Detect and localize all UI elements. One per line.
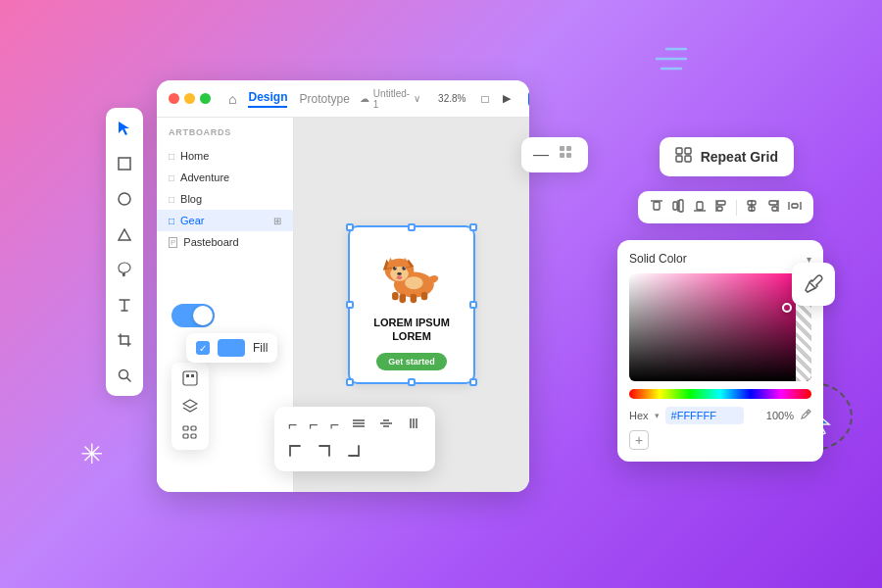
crop-tool[interactable] <box>114 329 135 351</box>
handle-bl[interactable] <box>346 378 354 386</box>
titlebar: ⌂ Design Prototype ☁ Untitled-1 ∨ 32.8% … <box>157 80 529 118</box>
artboard-icon-blog: □ <box>169 194 174 205</box>
deco-star: ✳ <box>80 438 103 470</box>
eyedropper-small-icon[interactable] <box>800 409 811 423</box>
grid-icon-2[interactable]: ⌐ <box>309 416 318 434</box>
artboard-pasteboard[interactable]: P Pasteboard <box>157 231 293 253</box>
bottom-grid-panel: ⌐ ⌐ ⌐ <box>274 407 435 471</box>
grid-view-icon[interactable] <box>559 145 576 165</box>
text-tool[interactable] <box>114 294 135 316</box>
artboard-gear[interactable]: □ Gear ⊞ <box>157 210 293 231</box>
maximize-button[interactable] <box>200 93 211 104</box>
fill-color-swatch[interactable] <box>218 339 245 357</box>
solid-color-label: Solid Color <box>629 252 687 266</box>
corner-icon-2[interactable] <box>318 442 335 462</box>
handle-br[interactable] <box>469 378 477 386</box>
minimize-button[interactable] <box>184 93 195 104</box>
card-title: LOREM IPSUM LOREM <box>362 316 462 344</box>
handle-tc[interactable] <box>408 223 416 231</box>
grid-icon-6[interactable] <box>406 416 421 434</box>
color-picker-circle[interactable] <box>782 303 792 313</box>
card-component[interactable]: LOREM IPSUM LOREM Get started <box>348 225 475 385</box>
artboard-blog[interactable]: □ Blog <box>157 188 293 210</box>
artboard-name-gear: Gear <box>180 215 204 226</box>
hex-input[interactable] <box>665 407 744 424</box>
artboard-icon-pasteboard: P <box>169 237 177 248</box>
triangle-tool[interactable] <box>114 223 135 245</box>
svg-rect-29 <box>191 374 194 377</box>
share-button[interactable]: Share <box>528 90 529 108</box>
align-right-icon[interactable] <box>766 199 780 216</box>
component-icon[interactable] <box>182 370 198 389</box>
distribute-h-icon[interactable] <box>788 199 802 216</box>
grid-icon-5[interactable] <box>378 416 394 434</box>
corgi-image <box>372 239 451 308</box>
ellipse-tool[interactable] <box>114 188 135 210</box>
align-bottom-icon[interactable] <box>693 199 707 216</box>
grid-icon[interactable] <box>182 425 198 442</box>
pen-tool[interactable] <box>114 259 135 280</box>
grid-row-2 <box>288 442 421 462</box>
handle-ml[interactable] <box>346 301 354 309</box>
eyedropper-tool[interactable] <box>792 263 835 306</box>
svg-point-17 <box>395 267 396 268</box>
layers-icon[interactable] <box>182 399 198 416</box>
add-color-button[interactable]: + <box>629 430 649 450</box>
svg-rect-40 <box>676 156 682 162</box>
grid-icon-1[interactable]: ⌐ <box>288 416 297 434</box>
align-top-icon[interactable] <box>650 199 663 216</box>
home-icon[interactable]: ⌂ <box>228 91 236 107</box>
device-icon[interactable]: □ <box>481 92 488 106</box>
grid-icon-3[interactable]: ⌐ <box>330 416 339 434</box>
artboard-icon-gear: □ <box>169 216 174 226</box>
grid-row-1: ⌐ ⌐ ⌐ <box>288 416 421 434</box>
hex-dropdown[interactable]: ▾ <box>655 411 660 420</box>
color-gradient-picker[interactable] <box>629 273 811 381</box>
toggle-switch[interactable] <box>172 304 215 327</box>
svg-rect-28 <box>186 374 189 377</box>
svg-rect-23 <box>420 292 427 300</box>
select-tool[interactable] <box>114 118 135 139</box>
artboard-name-adventure: Adventure <box>180 172 229 183</box>
rectangle-tool[interactable] <box>114 153 135 174</box>
close-button[interactable] <box>169 93 179 104</box>
align-middle-v-icon[interactable] <box>671 199 685 216</box>
minus-icon[interactable]: — <box>533 146 549 164</box>
repeat-grid-button[interactable]: Repeat Grid <box>660 137 794 176</box>
svg-point-4 <box>119 193 130 205</box>
hue-slider[interactable] <box>629 389 811 399</box>
handle-mr[interactable] <box>469 301 477 309</box>
handle-bc[interactable] <box>408 378 416 386</box>
prototype-tab[interactable]: Prototype <box>299 92 349 106</box>
corner-icon-1[interactable] <box>288 442 306 462</box>
svg-rect-60 <box>792 204 798 208</box>
play-icon[interactable]: ▶ <box>503 92 511 105</box>
artboard-adventure[interactable]: □ Adventure <box>157 167 293 188</box>
svg-point-19 <box>397 272 402 275</box>
svg-rect-39 <box>685 148 691 154</box>
get-started-button[interactable]: Get started <box>376 353 447 370</box>
svg-rect-50 <box>717 207 722 211</box>
handle-tr[interactable] <box>469 223 477 231</box>
file-name: Untitled-1 <box>373 88 410 110</box>
artboard-name-blog: Blog <box>180 193 202 205</box>
hex-label: Hex <box>629 410 649 421</box>
handle-tl[interactable] <box>346 223 354 231</box>
corner-icon-3[interactable] <box>347 442 365 462</box>
align-center-h-icon[interactable] <box>745 199 759 216</box>
repeat-grid-label: Repeat Grid <box>701 149 778 165</box>
artboard-home[interactable]: □ Home <box>157 145 293 167</box>
fill-checkbox[interactable]: ✓ <box>196 341 210 355</box>
align-left-icon[interactable] <box>714 199 728 216</box>
repeat-grid-icon <box>675 147 693 167</box>
svg-rect-36 <box>560 153 564 158</box>
svg-rect-38 <box>676 148 682 154</box>
svg-point-26 <box>405 276 423 289</box>
grid-icon-4[interactable] <box>351 416 367 434</box>
svg-rect-31 <box>191 426 196 430</box>
svg-rect-30 <box>183 426 188 430</box>
search-tool[interactable] <box>114 365 135 386</box>
svg-rect-44 <box>673 202 677 210</box>
toggle-container <box>172 304 215 327</box>
design-tab[interactable]: Design <box>248 90 287 108</box>
